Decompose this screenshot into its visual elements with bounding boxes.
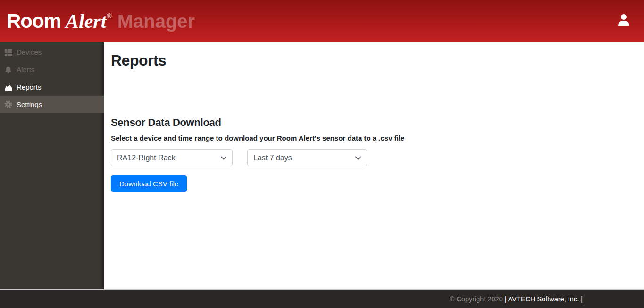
bell-icon bbox=[4, 66, 12, 74]
copyright-text: © Copyright 2020 bbox=[450, 295, 505, 303]
sensor-data-download-section: Sensor Data Download Select a device and… bbox=[111, 117, 630, 192]
area-chart-icon bbox=[4, 83, 12, 91]
company-name-text: | AVTECH Software, Inc. | bbox=[505, 295, 583, 303]
download-csv-button[interactable]: Download CSV file bbox=[111, 175, 187, 192]
sidebar-nav: Devices Alerts Reports bbox=[0, 42, 104, 289]
section-heading: Sensor Data Download bbox=[111, 117, 630, 129]
main-layout: Devices Alerts Reports bbox=[0, 42, 644, 289]
room-alert-manager-logo: Room Alert ® Manager bbox=[7, 10, 195, 33]
sidebar-item-alerts[interactable]: Alerts bbox=[0, 61, 104, 78]
content-area: Reports Sensor Data Download Select a de… bbox=[104, 42, 644, 289]
app-header: Room Alert ® Manager bbox=[0, 0, 644, 42]
logo-alert-text: Alert bbox=[66, 10, 106, 33]
sidebar-item-devices[interactable]: Devices bbox=[0, 43, 104, 61]
logo-room-text: Room bbox=[7, 10, 61, 33]
user-account-button[interactable] bbox=[616, 13, 632, 29]
sidebar-item-label: Settings bbox=[17, 100, 42, 108]
user-icon bbox=[616, 13, 631, 30]
device-select[interactable]: RA12-Right Rack bbox=[111, 149, 233, 166]
sidebar-item-label: Reports bbox=[17, 83, 42, 91]
registered-trademark-symbol: ® bbox=[107, 12, 111, 20]
time-range-select[interactable]: Last 7 days bbox=[247, 149, 367, 166]
sidebar-item-label: Alerts bbox=[17, 66, 34, 74]
devices-list-icon bbox=[4, 48, 12, 56]
sidebar-item-settings[interactable]: Settings bbox=[0, 96, 104, 113]
sidebar-item-label: Devices bbox=[17, 48, 42, 56]
logo-manager-text: Manager bbox=[117, 11, 195, 32]
app-footer: © Copyright 2020 | AVTECH Software, Inc.… bbox=[0, 289, 644, 308]
section-description: Select a device and time range to downlo… bbox=[111, 134, 630, 142]
gear-icon bbox=[4, 100, 12, 108]
sidebar-item-reports[interactable]: Reports bbox=[0, 78, 104, 96]
download-controls: RA12-Right Rack Last 7 days bbox=[111, 149, 630, 166]
page-title: Reports bbox=[111, 52, 630, 69]
